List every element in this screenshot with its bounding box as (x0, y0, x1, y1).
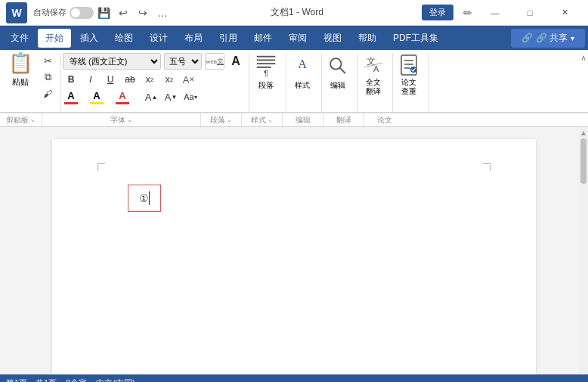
word-logo: W (6, 2, 27, 23)
scrollbar-thumb[interactable] (580, 138, 586, 184)
minimize-button[interactable]: — (478, 0, 512, 26)
menu-layout[interactable]: 布局 (177, 29, 210, 48)
menu-view[interactable]: 视图 (316, 29, 349, 48)
menu-pdf[interactable]: PDF工具集 (385, 29, 446, 48)
wen-icon[interactable]: wen 文 (205, 53, 224, 70)
edit-group: 编辑 (323, 53, 357, 112)
share-chevron: ▾ (571, 34, 574, 42)
article-check-icon (398, 54, 419, 76)
italic-button[interactable]: I (82, 72, 99, 87)
document-page[interactable]: ① (52, 139, 536, 374)
style-group: A 样式 (288, 53, 322, 112)
menu-draw[interactable]: 绘图 (107, 29, 141, 48)
full-translate-button[interactable]: 文 A 全文翻译 (359, 53, 388, 97)
save-icon: 💾 (97, 7, 110, 19)
scroll-up-arrow[interactable]: ▲ (580, 129, 587, 137)
edit-button[interactable]: 编辑 (323, 53, 352, 91)
paragraph-label: 段落 (258, 80, 274, 91)
aa-button[interactable]: Aa▾ (182, 89, 199, 104)
bold-button[interactable]: B (63, 72, 79, 87)
full-translate-label: 全文翻译 (366, 78, 381, 96)
menu-help[interactable]: 帮助 (351, 29, 384, 48)
font-row3: A A A A▲ A▼ Aa▾ (63, 89, 244, 104)
title-bar: W 自动保存 💾 ↩ ↪ … 文档1 - Word 登录 ✏ — □ ✕ (0, 0, 588, 26)
paste-area: 📋 粘贴 (3, 53, 38, 101)
menu-design[interactable]: 设计 (142, 29, 175, 48)
font-expand-icon[interactable]: ⌄ (127, 116, 132, 123)
menu-references[interactable]: 引用 (212, 29, 245, 48)
menu-mail[interactable]: 邮件 (246, 29, 280, 48)
subscript-button[interactable]: x2 (141, 72, 158, 87)
cursor-char: ① (139, 192, 149, 204)
font-family-select[interactable]: 等线 (西文正文) (63, 53, 161, 70)
translate-icon: 文 A (363, 54, 384, 76)
font-color-button[interactable]: A (63, 90, 79, 104)
font-a-large-button[interactable]: A (227, 53, 244, 70)
undo-button[interactable]: ↩ (113, 3, 133, 23)
login-button[interactable]: 登录 (422, 5, 453, 20)
paste-button[interactable]: 📋 粘贴 (4, 53, 37, 86)
strikethrough-button[interactable]: ab (122, 72, 138, 87)
close-button[interactable]: ✕ (547, 0, 582, 26)
menu-file[interactable]: 文件 (3, 29, 36, 48)
window-title: 文档1 - Word (172, 6, 422, 19)
vertical-scrollbar[interactable]: ▲ (579, 127, 588, 374)
menu-insert[interactable]: 插入 (73, 29, 106, 48)
menu-review[interactable]: 审阅 (281, 29, 314, 48)
font-size-select[interactable]: 五号 小四 四号 (164, 53, 202, 70)
text-cursor (149, 191, 150, 205)
font-label: 字体 ⌄ (42, 113, 201, 126)
font-row1: 等线 (西文正文) 五号 小四 四号 wen 文 A (63, 53, 244, 70)
paragraph-icon: ¶ (255, 53, 277, 79)
superscript-button[interactable]: x2 (161, 72, 178, 87)
font-size-up-button[interactable]: A▲ (143, 89, 159, 104)
translate-group: 文 A 全文翻译 (359, 53, 393, 112)
article-label-bottom: 论文 (364, 113, 405, 126)
clear-format-button[interactable]: A✕ (181, 72, 197, 87)
menu-home[interactable]: 开始 (38, 29, 71, 48)
save-button[interactable]: 💾 (94, 3, 113, 23)
autosave-toggle[interactable] (70, 7, 94, 19)
edit-icon (325, 53, 351, 80)
style-label-bottom: 样式 ⌄ (242, 113, 283, 126)
share-button[interactable]: 🔗 🔗 共享 ▾ (511, 29, 585, 48)
highlight-color-button[interactable]: A (88, 90, 105, 104)
autosave-label: 自动保存 (33, 7, 67, 18)
redo-button[interactable]: ↪ (133, 3, 153, 23)
edit-label: 编辑 (330, 80, 345, 91)
style-label: 样式 (295, 80, 310, 91)
font-row2: B I U ab x2 x2 A✕ (63, 72, 244, 87)
share-label: 🔗 共享 (536, 32, 568, 45)
wen-sub: 文 (217, 57, 224, 67)
cursor-box: ① (128, 185, 161, 212)
style-expand-icon[interactable]: ⌄ (268, 116, 273, 123)
status-bar: 第1页，共1页 0个字 中文(中国) (0, 374, 588, 382)
cut-button[interactable]: ✂ (39, 53, 56, 68)
redo-icon: ↪ (138, 7, 147, 19)
document-area: ① ▲ (0, 127, 588, 374)
paragraph-button[interactable]: ¶ 段落 (251, 53, 281, 91)
font-color2-button[interactable]: A (114, 90, 131, 104)
article-check-button[interactable]: 论文查重 (395, 53, 423, 97)
ribbon-collapse-button[interactable]: ∧ (580, 53, 586, 63)
svg-text:A: A (373, 64, 379, 73)
ribbon-labels-row: 剪贴板 ⌄ 字体 ⌄ 段落 ⌄ 样式 ⌄ 编辑 翻译 论文 (0, 113, 588, 126)
format-painter-button[interactable]: 🖌 (39, 86, 56, 101)
copy-button[interactable]: ⧉ (39, 70, 56, 85)
paste-label: 粘贴 (12, 76, 29, 88)
pen-button[interactable]: ✏ (458, 3, 478, 23)
clipboard-expand-icon[interactable]: ⌄ (30, 116, 36, 123)
para-expand-icon[interactable]: ⌄ (227, 116, 232, 123)
underline-button[interactable]: U (102, 72, 119, 87)
page-info: 第1页，共1页 (6, 377, 57, 383)
translate-label-bottom: 翻译 (323, 113, 364, 126)
more-button[interactable]: … (153, 3, 172, 23)
style-button[interactable]: A 样式 (288, 53, 317, 91)
edit-label-bottom: 编辑 (283, 113, 323, 126)
corner-mark-tr (483, 163, 491, 171)
svg-rect-2 (257, 63, 276, 64)
paragraph-content: ¶ 段落 (251, 53, 281, 91)
maximize-button[interactable]: □ (512, 0, 547, 26)
font-size-down-button[interactable]: A▼ (162, 89, 179, 104)
clipboard-group: 📋 粘贴 ✂ ⧉ 🖌 (3, 53, 61, 112)
